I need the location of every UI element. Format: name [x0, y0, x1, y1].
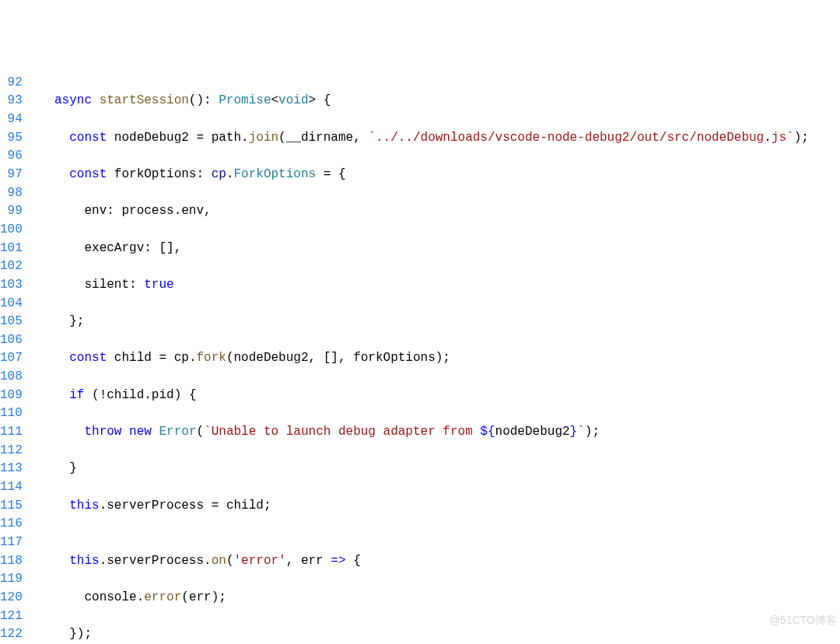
line-number: 119: [0, 570, 23, 589]
line-number: 109: [0, 387, 23, 405]
line-number: 100: [0, 221, 23, 240]
line-number: 102: [0, 257, 23, 276]
code-line: const forkOptions: cp.ForkOptions = {: [40, 166, 840, 184]
code-line: }: [40, 460, 840, 478]
line-number: 93: [0, 92, 23, 110]
line-number: 118: [0, 552, 23, 571]
line-number: 121: [0, 607, 23, 626]
code-line: env: process.env,: [40, 202, 840, 221]
line-number: 105: [0, 313, 23, 331]
line-number: 106: [0, 331, 23, 350]
code-line: const nodeDebug2 = path.join(__dirname, …: [40, 129, 840, 148]
line-number: 104: [0, 295, 23, 313]
line-number: 122: [0, 625, 23, 644]
line-number: 120: [0, 589, 23, 607]
code-line: console.error(err);: [40, 589, 840, 607]
line-number: 116: [0, 515, 23, 534]
line-number: 108: [0, 368, 23, 387]
line-number-gutter: 9293949596979899100101102103104105106107…: [0, 74, 40, 644]
line-number: 101: [0, 240, 23, 258]
line-number: 117: [0, 534, 23, 552]
line-number: 112: [0, 442, 23, 460]
code-line: async startSession(): Promise<void> {: [40, 92, 840, 110]
code-line: throw new Error(`Unable to launch debug …: [40, 423, 840, 442]
line-number: 113: [0, 460, 23, 478]
line-number: 98: [0, 184, 23, 203]
code-line: this.serverProcess = child;: [40, 497, 840, 516]
code-line: execArgv: [],: [40, 240, 840, 258]
line-number: 96: [0, 147, 23, 166]
code-line: this.serverProcess.on('error', err => {: [40, 552, 840, 571]
code-line: if (!child.pid) {: [40, 387, 840, 405]
code-editor[interactable]: 9293949596979899100101102103104105106107…: [0, 74, 840, 644]
line-number: 95: [0, 129, 23, 148]
line-number: 94: [0, 110, 23, 129]
line-number: 99: [0, 202, 23, 221]
line-number: 92: [0, 74, 23, 93]
code-line: const child = cp.fork(nodeDebug2, [], fo…: [40, 349, 840, 368]
line-number: 110: [0, 404, 23, 423]
line-number: 114: [0, 478, 23, 497]
line-number: 111: [0, 423, 23, 442]
code-content[interactable]: async startSession(): Promise<void> { co…: [40, 74, 840, 644]
line-number: 115: [0, 497, 23, 516]
line-number: 97: [0, 166, 23, 184]
watermark: @51CTO博客: [769, 611, 837, 630]
code-line: };: [40, 313, 840, 331]
line-number: 103: [0, 276, 23, 295]
line-number: 107: [0, 349, 23, 368]
code-line: });: [40, 625, 840, 644]
code-line: silent: true: [40, 276, 840, 295]
